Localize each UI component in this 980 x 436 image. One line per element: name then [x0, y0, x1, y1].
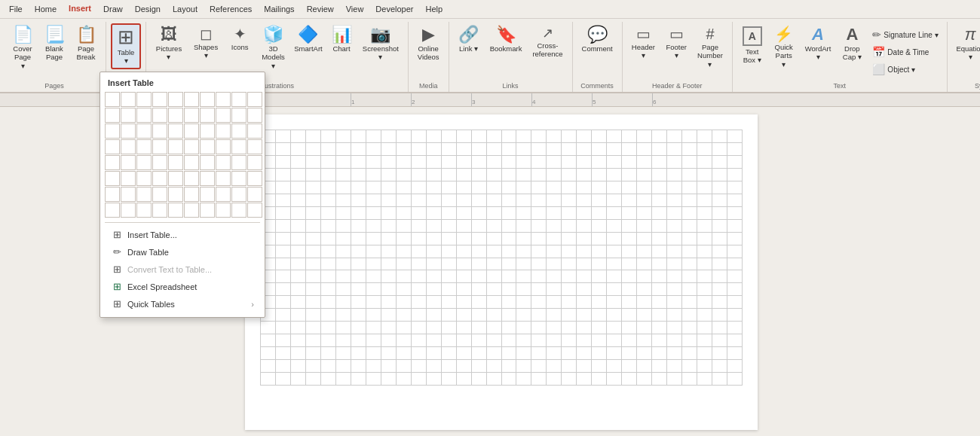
- blank-page-button[interactable]: 📃 BlankPage: [39, 23, 69, 65]
- comment-button[interactable]: 💬 Comment: [577, 23, 617, 56]
- table-grid-cell[interactable]: [200, 92, 215, 107]
- menu-developer[interactable]: Developer: [369, 2, 419, 16]
- table-grid-cell[interactable]: [200, 155, 215, 170]
- chart-button[interactable]: 📊 Chart: [326, 23, 357, 56]
- excel-spreadsheet-item[interactable]: ⊞ Excel Spreadsheet: [105, 278, 260, 295]
- 3d-models-button[interactable]: 🧊 3DModels ▾: [256, 23, 290, 73]
- table-grid-cell[interactable]: [184, 171, 199, 186]
- menu-insert[interactable]: Insert: [63, 2, 97, 17]
- table-grid-cell[interactable]: [152, 92, 167, 107]
- table-grid-cell[interactable]: [152, 139, 167, 154]
- table-grid-cell[interactable]: [168, 155, 183, 170]
- table-grid-cell[interactable]: [231, 92, 247, 107]
- table-grid-cell[interactable]: [247, 108, 262, 123]
- header-button[interactable]: ▭ Header ▾: [627, 23, 660, 63]
- table-grid-cell[interactable]: [216, 92, 231, 107]
- menu-references[interactable]: References: [204, 2, 258, 16]
- signature-line-button[interactable]: ✏ Signature Line ▾: [868, 26, 942, 43]
- page-number-button[interactable]: # PageNumber ▾: [693, 23, 727, 72]
- text-box-button[interactable]: A TextBox ▾: [737, 23, 767, 68]
- table-grid-cell[interactable]: [152, 123, 167, 139]
- table-grid-cell[interactable]: [121, 203, 136, 218]
- table-grid-cell[interactable]: [152, 187, 167, 202]
- draw-table-item[interactable]: ✏ Draw Table: [105, 243, 260, 261]
- quick-tables-item[interactable]: ⊞ Quick Tables ›: [105, 295, 260, 313]
- table-grid-cell[interactable]: [152, 171, 167, 186]
- table-grid-cell[interactable]: [200, 171, 215, 186]
- table-grid-cell[interactable]: [200, 123, 215, 139]
- table-grid-cell[interactable]: [216, 187, 231, 202]
- table-grid-cell[interactable]: [200, 108, 215, 123]
- table-grid-cell[interactable]: [184, 123, 199, 139]
- table-grid-cell[interactable]: [168, 171, 183, 186]
- table-grid-cell[interactable]: [136, 203, 152, 218]
- table-grid-cell[interactable]: [184, 108, 199, 123]
- table-grid-cell[interactable]: [121, 92, 136, 107]
- online-videos-button[interactable]: ▶ OnlineVideos: [413, 23, 444, 65]
- table-grid-cell[interactable]: [168, 139, 183, 154]
- menu-mailings[interactable]: Mailings: [258, 2, 300, 16]
- table-grid-cell[interactable]: [136, 92, 152, 107]
- table-grid-cell[interactable]: [231, 108, 247, 123]
- table-grid-cell[interactable]: [168, 123, 183, 139]
- shapes-button[interactable]: ◻ Shapes ▾: [188, 23, 223, 63]
- table-grid-cell[interactable]: [121, 139, 136, 154]
- menu-view[interactable]: View: [340, 2, 370, 16]
- table-grid-cell[interactable]: [216, 203, 231, 218]
- table-grid-cell[interactable]: [136, 139, 152, 154]
- cover-page-button[interactable]: 📄 CoverPage ▾: [8, 23, 38, 73]
- table-grid-cell[interactable]: [231, 187, 247, 202]
- table-grid-cell[interactable]: [231, 171, 247, 186]
- wordart-button[interactable]: A WordArt ▾: [801, 23, 836, 65]
- table-grid-cell[interactable]: [247, 123, 262, 139]
- document-page[interactable]: [245, 114, 758, 430]
- quick-parts-button[interactable]: ⚡ QuickParts ▾: [769, 23, 799, 72]
- pictures-button[interactable]: 🖼 Pictures ▾: [151, 23, 187, 65]
- table-grid-picker[interactable]: [105, 92, 260, 218]
- menu-home[interactable]: Home: [29, 2, 63, 16]
- table-grid-cell[interactable]: [200, 187, 215, 202]
- table-grid-cell[interactable]: [105, 187, 120, 202]
- table-grid-cell[interactable]: [216, 108, 231, 123]
- table-grid-cell[interactable]: [247, 171, 262, 186]
- drop-cap-button[interactable]: A DropCap ▾: [837, 23, 867, 65]
- screenshot-button[interactable]: 📷 Screenshot ▾: [358, 23, 403, 65]
- table-grid-cell[interactable]: [247, 155, 262, 170]
- table-grid-cell[interactable]: [136, 123, 152, 139]
- table-grid-cell[interactable]: [247, 187, 262, 202]
- smartart-button[interactable]: 🔷 SmartArt: [292, 23, 325, 56]
- table-grid-cell[interactable]: [200, 139, 215, 154]
- table-grid-cell[interactable]: [216, 155, 231, 170]
- table-button[interactable]: ⊞ Table ▾: [111, 23, 141, 69]
- object-button[interactable]: ⬜ Object ▾: [868, 61, 942, 78]
- table-grid-cell[interactable]: [105, 203, 120, 218]
- table-grid-cell[interactable]: [136, 187, 152, 202]
- table-grid-cell[interactable]: [105, 123, 120, 139]
- date-time-button[interactable]: 📅 Date & Time: [868, 44, 942, 60]
- menu-review[interactable]: Review: [301, 2, 340, 16]
- menu-design[interactable]: Design: [129, 2, 167, 16]
- table-grid-cell[interactable]: [168, 187, 183, 202]
- page-break-button[interactable]: 📋 PageBreak: [71, 23, 101, 65]
- icons-button[interactable]: ✦ Icons: [225, 23, 255, 54]
- footer-button[interactable]: ▭ Footer ▾: [661, 23, 691, 63]
- table-grid-cell[interactable]: [247, 92, 262, 107]
- cross-reference-button[interactable]: ↗ Cross-reference: [528, 23, 567, 62]
- table-grid-cell[interactable]: [152, 155, 167, 170]
- table-grid-cell[interactable]: [168, 92, 183, 107]
- table-grid-cell[interactable]: [121, 187, 136, 202]
- table-grid-cell[interactable]: [247, 139, 262, 154]
- table-grid-cell[interactable]: [231, 155, 247, 170]
- table-grid-cell[interactable]: [184, 187, 199, 202]
- table-grid-cell[interactable]: [105, 108, 120, 123]
- menu-draw[interactable]: Draw: [97, 2, 129, 16]
- table-grid-cell[interactable]: [168, 108, 183, 123]
- table-grid-cell[interactable]: [105, 139, 120, 154]
- menu-file[interactable]: File: [3, 2, 29, 16]
- table-grid-cell[interactable]: [136, 171, 152, 186]
- table-grid-cell[interactable]: [216, 123, 231, 139]
- menu-help[interactable]: Help: [420, 2, 449, 16]
- table-grid-cell[interactable]: [121, 108, 136, 123]
- table-grid-cell[interactable]: [121, 171, 136, 186]
- table-grid-cell[interactable]: [184, 139, 199, 154]
